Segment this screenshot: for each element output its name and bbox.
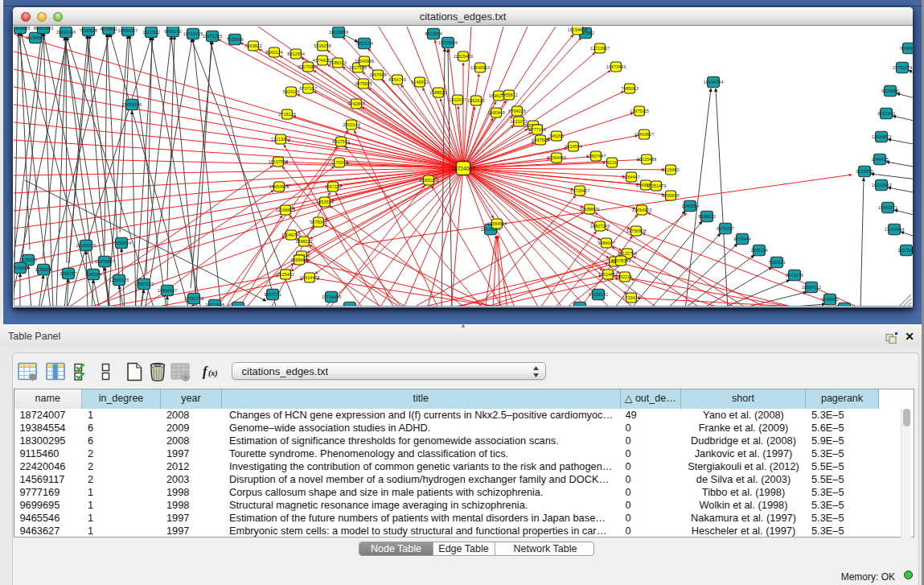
svg-text:8813054: 8813054 bbox=[425, 31, 441, 36]
svg-text:9657771: 9657771 bbox=[264, 292, 281, 297]
svg-text:7700828: 7700828 bbox=[80, 28, 97, 33]
svg-text:11540956: 11540956 bbox=[354, 59, 373, 64]
svg-text:1640954: 1640954 bbox=[681, 204, 698, 208]
svg-text:5924115: 5924115 bbox=[282, 89, 299, 94]
svg-text:8471676: 8471676 bbox=[786, 273, 803, 278]
svg-text:16154808: 16154808 bbox=[567, 27, 586, 32]
svg-text:12975115: 12975115 bbox=[629, 109, 648, 113]
svg-text:6707197: 6707197 bbox=[299, 86, 316, 91]
svg-text:7402509: 7402509 bbox=[571, 305, 588, 307]
svg-text:6497508: 6497508 bbox=[532, 138, 548, 142]
svg-text:9084007: 9084007 bbox=[598, 241, 614, 245]
svg-text:9329966: 9329966 bbox=[881, 89, 898, 93]
svg-text:16782759: 16782759 bbox=[183, 296, 203, 301]
svg-text:1167533: 1167533 bbox=[897, 248, 913, 253]
svg-text:1527602: 1527602 bbox=[142, 30, 159, 35]
svg-text:10688609: 10688609 bbox=[579, 207, 598, 212]
svg-text:1244415: 1244415 bbox=[871, 157, 888, 162]
svg-text:82070937: 82070937 bbox=[298, 64, 317, 69]
svg-text:19166825: 19166825 bbox=[275, 208, 294, 212]
svg-text:3215955: 3215955 bbox=[856, 169, 873, 174]
svg-text:20691406: 20691406 bbox=[55, 30, 75, 35]
svg-text:7515536: 7515536 bbox=[226, 37, 243, 42]
svg-text:6794028: 6794028 bbox=[508, 109, 525, 113]
svg-text:8660124: 8660124 bbox=[265, 50, 282, 55]
svg-text:9227343: 9227343 bbox=[877, 111, 894, 116]
svg-text:14136141: 14136141 bbox=[588, 292, 607, 297]
svg-text:88461803: 88461803 bbox=[33, 27, 52, 31]
svg-text:16033809: 16033809 bbox=[328, 30, 347, 35]
svg-text:7663822: 7663822 bbox=[244, 43, 261, 48]
svg-text:85345555: 85345555 bbox=[14, 27, 30, 31]
svg-text:13640910: 13640910 bbox=[470, 65, 489, 70]
svg-text:15720407: 15720407 bbox=[569, 188, 589, 193]
svg-text:2803144: 2803144 bbox=[343, 122, 359, 127]
svg-text:1733426: 1733426 bbox=[622, 295, 639, 300]
svg-text:10807487: 10807487 bbox=[585, 154, 605, 159]
svg-text:20364436: 20364436 bbox=[546, 155, 565, 160]
svg-text:8427552: 8427552 bbox=[332, 139, 349, 144]
svg-text:16107552: 16107552 bbox=[268, 159, 287, 164]
svg-text:1145194: 1145194 bbox=[84, 272, 101, 277]
svg-text:1990448: 1990448 bbox=[487, 110, 504, 115]
svg-text:6479197: 6479197 bbox=[717, 226, 733, 231]
svg-text:1322037: 1322037 bbox=[449, 97, 466, 102]
svg-text:10719155: 10719155 bbox=[183, 31, 202, 36]
svg-text:2935114: 2935114 bbox=[750, 248, 767, 253]
svg-text:2839607: 2839607 bbox=[14, 266, 29, 270]
svg-text:9899695: 9899695 bbox=[662, 193, 679, 198]
svg-text:66661351: 66661351 bbox=[339, 305, 359, 307]
svg-text:12505135: 12505135 bbox=[109, 278, 128, 282]
svg-text:5878342: 5878342 bbox=[310, 220, 326, 225]
svg-text:5226058: 5226058 bbox=[314, 43, 331, 48]
svg-text:11923448: 11923448 bbox=[204, 303, 224, 307]
svg-text:2867608: 2867608 bbox=[369, 72, 386, 77]
svg-text:10975867: 10975867 bbox=[94, 259, 113, 264]
svg-text:8454749: 8454749 bbox=[388, 77, 405, 82]
svg-text:1156829: 1156829 bbox=[35, 267, 51, 272]
svg-text:7625402: 7625402 bbox=[277, 272, 294, 277]
svg-text:3267110: 3267110 bbox=[324, 184, 341, 189]
svg-text:2718126: 2718126 bbox=[278, 112, 295, 117]
svg-text:3875685: 3875685 bbox=[355, 81, 372, 86]
svg-text:45264581: 45264581 bbox=[25, 35, 44, 40]
svg-text:252214: 252214 bbox=[617, 274, 631, 279]
svg-text:7485063: 7485063 bbox=[621, 86, 638, 91]
svg-text:(x): (x) bbox=[208, 369, 218, 378]
svg-text:9474444: 9474444 bbox=[733, 237, 750, 241]
svg-text:12213967: 12213967 bbox=[589, 46, 609, 51]
svg-text:10973493: 10973493 bbox=[606, 64, 625, 69]
svg-text:9146821: 9146821 bbox=[411, 80, 428, 84]
svg-text:8938923: 8938923 bbox=[698, 214, 715, 219]
svg-text:13524851: 13524851 bbox=[598, 272, 617, 277]
svg-text:20206576: 20206576 bbox=[76, 243, 95, 248]
svg-text:72820592: 72820592 bbox=[834, 306, 853, 307]
svg-text:7632621: 7632621 bbox=[768, 260, 785, 265]
svg-text:8912954: 8912954 bbox=[287, 51, 304, 56]
svg-text:18807249: 18807249 bbox=[589, 224, 609, 229]
svg-text:6216: 6216 bbox=[606, 160, 616, 165]
svg-text:11325419: 11325419 bbox=[453, 54, 472, 59]
svg-text:1353594: 1353594 bbox=[316, 200, 333, 204]
svg-text:1588520: 1588520 bbox=[429, 90, 446, 95]
svg-text:19384554: 19384554 bbox=[487, 221, 506, 226]
svg-text:7857214: 7857214 bbox=[355, 41, 372, 46]
svg-text:33978249: 33978249 bbox=[610, 258, 630, 263]
svg-text:15751074: 15751074 bbox=[892, 65, 911, 70]
svg-text:19218506: 19218506 bbox=[437, 40, 457, 45]
svg-text:f: f bbox=[203, 365, 208, 379]
svg-text:16210643: 16210643 bbox=[871, 183, 890, 187]
svg-text:17016504: 17016504 bbox=[884, 227, 903, 232]
svg-text:10958107: 10958107 bbox=[157, 288, 176, 293]
svg-text:9242848: 9242848 bbox=[347, 101, 364, 106]
svg-text:45351479: 45351479 bbox=[646, 183, 665, 188]
svg-text:29053346: 29053346 bbox=[121, 102, 141, 107]
svg-text:17359924: 17359924 bbox=[111, 241, 130, 245]
svg-text:2525206: 2525206 bbox=[19, 257, 36, 262]
svg-text:9245652: 9245652 bbox=[821, 297, 838, 302]
svg-text:17957223: 17957223 bbox=[133, 282, 153, 286]
svg-text:8186323: 8186323 bbox=[329, 60, 346, 65]
svg-text:15716485: 15716485 bbox=[321, 295, 340, 299]
svg-text:19654925: 19654925 bbox=[269, 184, 288, 189]
svg-text:12093873: 12093873 bbox=[871, 134, 890, 139]
